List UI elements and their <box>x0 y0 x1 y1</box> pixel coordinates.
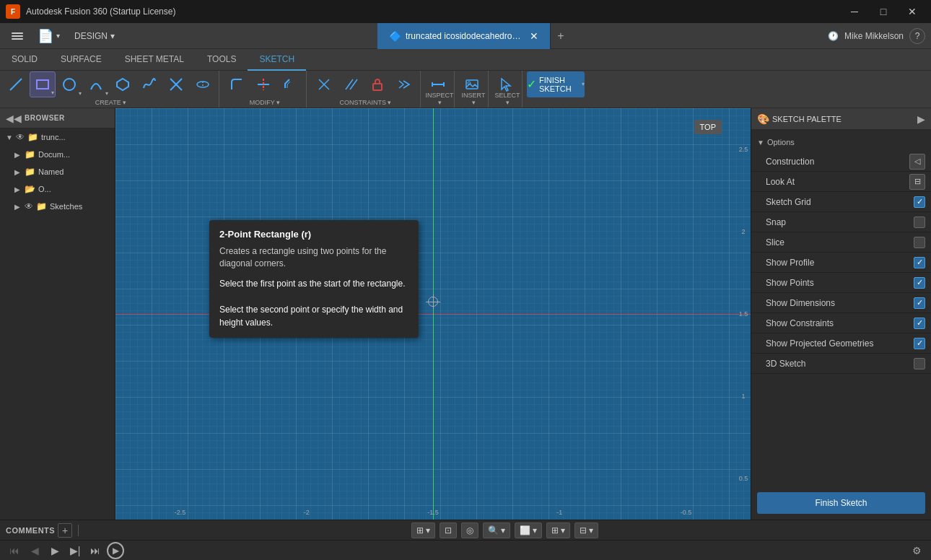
units-button[interactable]: ⊟▾ <box>574 522 598 538</box>
browser-toggle[interactable]: ▶ <box>14 185 22 193</box>
snap-icon: ⊡ <box>445 525 452 535</box>
fillet-tool-button[interactable] <box>224 71 250 97</box>
browser-item-document[interactable]: ▶ 📁 Docum... <box>0 146 115 163</box>
settings-button[interactable]: ⚙ <box>908 542 925 559</box>
show-projected-value <box>914 338 925 349</box>
tab-surface[interactable]: SURFACE <box>49 49 113 71</box>
display-settings-button[interactable]: ⬜▾ <box>515 522 542 538</box>
options-section: ▼ Options Construction ◁ Look At ⊟ Sketc… <box>751 130 931 377</box>
project-tool-button[interactable] <box>190 71 216 97</box>
active-tab[interactable]: 🔷 truncated icosidodecahedron instructab… <box>377 23 551 49</box>
palette-row-sketch-grid: Sketch Grid <box>751 192 931 212</box>
palette-collapse-arrow[interactable]: ▶ <box>917 113 925 125</box>
inspect-group: INSPECT ▾ <box>425 71 455 108</box>
trim-tool-button[interactable] <box>250 71 276 97</box>
browser-item-sketches[interactable]: ▶ 👁 📁 Sketches <box>0 198 115 215</box>
spline-tool-button[interactable] <box>136 71 162 97</box>
browser-toggle[interactable]: ▶ <box>14 168 22 176</box>
show-constraints-checkbox[interactable] <box>914 318 925 329</box>
line-tool-button[interactable] <box>3 71 29 97</box>
coincident-constraint-button[interactable] <box>311 71 337 97</box>
browser-item-label: O... <box>38 185 51 193</box>
minimize-button[interactable]: ─ <box>842 0 867 23</box>
show-profile-checkbox[interactable] <box>914 257 925 268</box>
grid-snap-button[interactable]: ⊞▾ <box>411 522 435 538</box>
browser-item-named[interactable]: ▶ 📁 Named <box>0 163 115 180</box>
last-frame-button[interactable]: ⏭ <box>87 542 104 559</box>
user-name[interactable]: Mike Mikkelson <box>844 31 904 41</box>
grid-snap-icon: ⊞ <box>416 525 424 535</box>
prev-frame-button[interactable]: ◀ <box>26 542 43 559</box>
maximize-button[interactable]: □ <box>870 0 896 23</box>
first-frame-button[interactable]: ⏮ <box>6 542 23 559</box>
conic-tool-button[interactable] <box>163 71 189 97</box>
svg-rect-1 <box>37 80 48 89</box>
construction-button[interactable]: ◁ <box>909 154 925 170</box>
browser-item-origin[interactable]: ▶ 📂 O... <box>0 180 115 198</box>
snap-button[interactable]: ⊡ <box>440 522 457 538</box>
comments-section[interactable]: COMMENTS <box>6 526 55 535</box>
3d-sketch-checkbox[interactable] <box>914 358 925 369</box>
finish-sketch-toolbar-button[interactable]: ✓ FINISH SKETCH ▾ <box>527 71 585 97</box>
parallel-constraint-button[interactable] <box>338 71 364 97</box>
browser-title: BROWSER <box>25 114 65 122</box>
add-comment-button[interactable]: + <box>58 523 72 538</box>
browser-toggle[interactable]: ▶ <box>14 203 22 211</box>
show-dimensions-checkbox[interactable] <box>914 297 925 309</box>
tab-close-button[interactable]: ✕ <box>530 30 538 42</box>
design-mode-button[interactable]: DESIGN ▾ <box>69 26 121 46</box>
browser-visibility-icon[interactable]: 👁 <box>25 201 33 211</box>
3d-sketch-label: 3D Sketch <box>766 359 914 369</box>
next-frame-button[interactable]: ▶| <box>66 542 84 559</box>
offset-tool-button[interactable] <box>277 71 303 97</box>
tab-sheet-metal[interactable]: SHEET METAL <box>113 49 196 71</box>
construction-value: ◁ <box>909 154 925 170</box>
svg-rect-18 <box>466 80 478 89</box>
browser-item-root[interactable]: ▼ 👁 📁 trunc... <box>0 128 115 146</box>
sketch-grid-checkbox[interactable] <box>914 196 925 208</box>
show-points-checkbox[interactable] <box>914 277 925 289</box>
app-menu-button[interactable] <box>6 26 29 46</box>
sketch-grid-value <box>914 196 925 208</box>
tab-sketch[interactable]: SKETCH <box>248 49 306 71</box>
tooltip-hint1: Select the first point as the start of t… <box>219 279 405 289</box>
file-button[interactable]: 📄▾ <box>32 26 66 46</box>
constraints-group: CONSTRAINTS ▾ <box>311 71 421 108</box>
slice-checkbox[interactable] <box>914 237 925 248</box>
polygon-tool-button[interactable] <box>110 71 136 97</box>
tab-bar: 🔷 truncated icosidodecahedron instructab… <box>123 23 825 49</box>
tab-tools[interactable]: TOOLS <box>196 49 248 71</box>
options-section-header[interactable]: ▼ Options <box>751 133 931 152</box>
look-at-button[interactable]: ⊟ <box>909 174 925 190</box>
rectangle-2pt-tool-button[interactable]: ▾ <box>30 71 56 97</box>
finish-sketch-button[interactable]: Finish Sketch <box>757 492 925 514</box>
lock-constraint-button[interactable] <box>364 71 390 97</box>
browser-item-label: trunc... <box>41 133 66 141</box>
sketch-grid-label: Sketch Grid <box>766 197 914 207</box>
browser-folder-icon: 📁 <box>25 149 35 159</box>
history-icon[interactable]: 🕐 <box>828 31 839 41</box>
show-constraints-value <box>914 318 925 329</box>
play-button[interactable]: ▶ <box>46 542 64 559</box>
browser-visibility-icon[interactable]: 👁 <box>16 132 25 142</box>
grid-settings-button[interactable]: ⊞▾ <box>546 522 570 538</box>
select-group-label: SELECT ▾ <box>493 92 522 106</box>
equal-constraint-button[interactable] <box>391 71 417 97</box>
show-projected-checkbox[interactable] <box>914 338 925 349</box>
show-constraints-label: Show Constraints <box>766 318 914 328</box>
units-icon: ⊟ <box>580 525 587 535</box>
browser-toggle[interactable]: ▶ <box>14 151 22 159</box>
browser-toggle[interactable]: ▼ <box>6 134 13 141</box>
snap-checkbox[interactable] <box>914 216 925 228</box>
sketch-palette-panel: 🎨 SKETCH PALETTE ▶ ▼ Options Constructio… <box>751 108 931 520</box>
browser-back-arrow[interactable]: ◀◀ <box>6 113 22 124</box>
profile-button[interactable]: ◎ <box>461 522 478 538</box>
inspect-button[interactable]: 🔍▾ <box>483 522 510 538</box>
help-button[interactable]: ? <box>909 28 925 44</box>
arc-tool-button[interactable]: ▾ <box>83 71 109 97</box>
tab-solid[interactable]: SOLID <box>0 49 49 71</box>
canvas-area[interactable]: 2.5 2 1.5 1 0.5 -2.5 -2 -1.5 -1 -0.5 TOP… <box>115 108 751 520</box>
close-button[interactable]: ✕ <box>899 0 925 23</box>
circle-tool-button[interactable]: ▾ <box>56 71 82 97</box>
new-tab-button[interactable]: + <box>551 26 571 46</box>
